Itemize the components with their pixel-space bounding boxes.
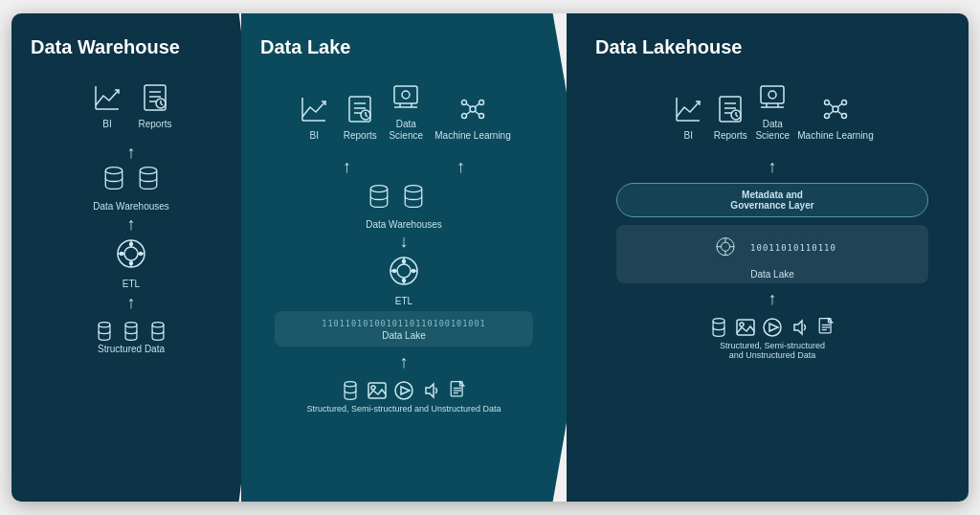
reports-icon	[138, 80, 172, 115]
svg-rect-2	[145, 85, 166, 110]
warehouse-icons-row: BI Reports	[90, 80, 172, 130]
svg-marker-95	[769, 324, 778, 331]
svg-marker-59	[401, 387, 410, 394]
svg-point-54	[412, 270, 415, 273]
svg-point-52	[403, 280, 406, 282]
lake-title: Data Lake	[260, 36, 547, 58]
panel-lakehouse: Data Lakehouse BI Reports	[567, 13, 969, 502]
lake-db-source	[340, 380, 361, 401]
svg-rect-71	[761, 86, 784, 103]
arrow2: ↑	[127, 215, 136, 233]
audio-icon	[420, 380, 441, 401]
reports-label: Reports	[138, 119, 171, 130]
svg-point-16	[130, 262, 133, 265]
svg-point-93	[740, 323, 744, 326]
lakehouse-icons-row: BI Reports DataScience	[671, 80, 874, 142]
svg-point-15	[130, 243, 133, 246]
lake-db-1	[366, 183, 392, 213]
lakehouse-etl-icon	[714, 235, 736, 260]
svg-point-80	[842, 114, 847, 119]
lakehouse-bi-item: BI	[671, 92, 705, 142]
lake-datascience-icon	[389, 80, 423, 115]
svg-line-39	[467, 104, 472, 108]
svg-point-43	[370, 186, 388, 192]
svg-point-35	[462, 101, 467, 105]
panel-warehouse: Data Warehouse BI Reports ↑	[11, 13, 270, 502]
etl-item: ETL	[114, 236, 148, 290]
svg-point-57	[371, 386, 375, 390]
lake-bi-label: BI	[310, 130, 319, 142]
lake-arrow-down-etl: ↓	[400, 232, 409, 252]
lakehouse-ml-item: Machine Learning	[797, 92, 874, 142]
lakehouse-document-icon	[815, 317, 836, 338]
svg-line-84	[837, 111, 842, 115]
lake-datascience-item: DataScience	[389, 80, 423, 142]
svg-line-40	[475, 104, 479, 108]
lake-reports-item: Reports	[343, 92, 377, 142]
panel-lake: Data Lake BI Reports	[241, 13, 595, 502]
lake-warehouse-dbs	[366, 183, 427, 213]
svg-rect-24	[349, 97, 370, 122]
lakehouse-datascience-icon	[755, 80, 790, 115]
svg-point-72	[768, 91, 776, 99]
svg-point-44	[405, 186, 422, 192]
svg-point-30	[402, 91, 410, 99]
svg-line-82	[837, 104, 842, 108]
metadata-sub: Governance Layer	[627, 200, 918, 211]
db-small-1	[94, 321, 115, 342]
lakehouse-etl-row: 10011010110110	[622, 229, 923, 267]
lake-bi-item: BI	[297, 92, 331, 142]
lakehouse-sources-label: Structured, Semi-structured and Unstruct…	[720, 341, 825, 360]
svg-point-7	[105, 168, 122, 174]
lake-content: BI Reports DataScience	[260, 76, 547, 486]
lakehouse-datascience-item: DataScience	[755, 80, 790, 142]
lakehouse-wavy-section: 10011010110110 Data Lake	[616, 225, 928, 283]
svg-point-38	[479, 114, 484, 119]
metadata-title: Metadata and	[627, 190, 918, 200]
lakehouse-ml-label: Machine Learning	[797, 130, 874, 142]
warehouse-content: BI Reports ↑ Data War	[31, 76, 232, 486]
svg-line-41	[467, 111, 472, 115]
arrow3: ↑	[127, 294, 136, 311]
lake-ml-icon	[456, 92, 490, 126]
lakehouse-reports-label: Reports	[714, 130, 747, 142]
lake-wavy-label: Data Lake	[280, 330, 527, 341]
image-icon	[367, 380, 388, 401]
svg-rect-96	[819, 319, 831, 333]
svg-line-81	[830, 104, 835, 108]
lakehouse-lake-label: Data Lake	[622, 269, 923, 280]
lake-wavy-section: 1101101010010110110100101001 Data Lake	[275, 311, 533, 347]
lake-ml-item: Machine Learning	[434, 92, 511, 142]
svg-line-83	[830, 111, 835, 115]
lake-reports-icon	[343, 92, 377, 126]
svg-rect-60	[451, 382, 462, 396]
svg-point-18	[140, 253, 143, 256]
warehouse-reports-item: Reports	[138, 80, 172, 130]
metadata-governance-box: Metadata and Governance Layer	[616, 183, 928, 217]
lake-arrows-up: ↑ ↑	[343, 157, 465, 177]
video-icon	[393, 380, 414, 401]
etl-icon	[114, 236, 148, 275]
lakehouse-binary: 10011010110110	[750, 243, 836, 253]
etl-label: ETL	[122, 279, 140, 290]
lake-etl-label: ETL	[395, 296, 412, 307]
svg-point-51	[403, 260, 406, 263]
lakehouse-sources-row	[708, 317, 836, 338]
svg-point-17	[121, 253, 123, 256]
lake-datascience-label: DataScience	[389, 119, 423, 142]
svg-point-53	[393, 270, 396, 273]
lake-reports-label: Reports	[344, 130, 377, 142]
lakehouse-video-icon	[762, 317, 783, 338]
lakehouse-bi-icon	[671, 92, 705, 126]
svg-point-20	[125, 323, 137, 327]
lake-sources-label: Structured, Semi-structured and Unstruct…	[306, 404, 501, 414]
lake-ml-label: Machine Learning	[434, 130, 511, 142]
data-warehouses-label: Data Warehouses	[93, 201, 169, 212]
lakehouse-arrow1: ↑	[768, 157, 777, 177]
lakehouse-datascience-label: DataScience	[755, 119, 790, 142]
db-small-2	[121, 321, 142, 342]
lakehouse-arrow2: ↑	[768, 289, 777, 309]
main-container: Data Warehouse BI Reports ↑	[11, 13, 969, 502]
svg-rect-66	[720, 97, 741, 122]
svg-point-36	[479, 101, 484, 105]
